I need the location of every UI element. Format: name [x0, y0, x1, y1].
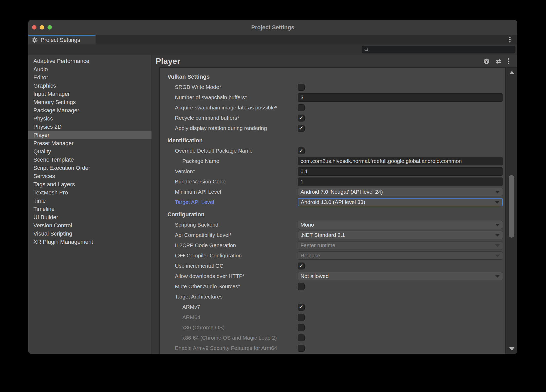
checkbox-unchecked[interactable]: [298, 324, 305, 331]
dropdown[interactable]: Android 7.0 'Nougat' (API level 24): [298, 188, 503, 196]
header-icons: ?: [484, 55, 509, 67]
sidebar-item-label: Timeline: [33, 206, 54, 212]
sidebar-item-time[interactable]: Time: [28, 197, 152, 205]
sidebar-item-preset-manager[interactable]: Preset Manager: [28, 139, 152, 147]
sidebar-item-input-manager[interactable]: Input Manager: [28, 90, 152, 98]
titlebar: Project Settings: [28, 20, 517, 35]
sidebar-item-version-control[interactable]: Version Control: [28, 221, 152, 230]
sidebar-item-timeline[interactable]: Timeline: [28, 205, 152, 213]
sidebar-item-label: Physics 2D: [33, 124, 62, 130]
setting-label: Recycle command buffers*: [175, 115, 239, 121]
sidebar-item-ui-builder[interactable]: UI Builder: [28, 213, 152, 221]
dropdown[interactable]: Android 13.0 (API level 33): [298, 198, 503, 206]
sidebar-item-xr-plugin-management[interactable]: XR Plugin Management: [28, 238, 152, 246]
sidebar-item-audio[interactable]: Audio: [28, 65, 152, 73]
checkbox-unchecked[interactable]: [298, 84, 305, 91]
checkbox-unchecked[interactable]: [298, 314, 305, 321]
sidebar-item-services[interactable]: Services: [28, 172, 152, 180]
setting-control: 3: [298, 93, 503, 102]
sidebar-item-script-execution-order[interactable]: Script Execution Order: [28, 164, 152, 172]
sidebar-item-editor[interactable]: Editor: [28, 73, 152, 82]
tab-label: Project Settings: [41, 37, 80, 43]
setting-row: Minimum API LevelAndroid 7.0 'Nougat' (A…: [160, 187, 505, 197]
setting-row: Package Namecom.com2us.hivesdk.normal.fr…: [160, 156, 505, 166]
checkbox-unchecked[interactable]: [298, 104, 305, 111]
setting-row: Use incremental GC: [160, 261, 505, 271]
setting-control: [298, 345, 503, 352]
setting-control: Android 7.0 'Nougat' (API level 24): [298, 188, 503, 196]
minimize-button[interactable]: [40, 25, 44, 30]
tab-project-settings[interactable]: Project Settings: [28, 35, 96, 44]
text-field[interactable]: 1: [298, 178, 503, 186]
checkbox-checked[interactable]: [298, 147, 305, 154]
checkbox-unchecked[interactable]: [298, 334, 305, 341]
sidebar-item-adaptive-performance[interactable]: Adaptive Performance: [28, 57, 152, 65]
dropdown[interactable]: .NET Standard 2.1: [298, 231, 503, 239]
setting-row: x86-64 (Chrome OS and Magic Leap 2): [160, 333, 505, 343]
kebab-menu-icon[interactable]: [509, 37, 511, 43]
setting-label: ARMv7: [182, 304, 200, 310]
setting-label: Bundle Version Code: [175, 179, 225, 185]
sidebar-item-player[interactable]: Player: [28, 131, 152, 139]
search-input[interactable]: [362, 46, 515, 53]
text-field[interactable]: 0.1: [298, 167, 503, 176]
sidebar-item-physics[interactable]: Physics: [28, 115, 152, 123]
section-header: Identification: [160, 135, 505, 146]
close-button[interactable]: [32, 25, 36, 30]
scrollbar-thumb[interactable]: [509, 175, 514, 238]
dropdown-value: Not allowed: [300, 273, 329, 279]
text-field[interactable]: com.com2us.hivesdk.normal.freefull.googl…: [298, 157, 503, 165]
vertical-scrollbar[interactable]: [506, 67, 517, 354]
sidebar-item-graphics[interactable]: Graphics: [28, 82, 152, 90]
sidebar-item-physics-2d[interactable]: Physics 2D: [28, 123, 152, 131]
setting-label: Mute Other Audio Sources*: [175, 283, 240, 290]
setting-row: Scripting BackendMono: [160, 220, 505, 230]
search-icon: [364, 47, 369, 52]
sidebar-item-label: Preset Manager: [33, 140, 74, 147]
setting-label: ARM64: [182, 314, 200, 320]
setting-label: x86-64 (Chrome OS and Magic Leap 2): [182, 335, 277, 341]
sidebar-item-textmesh-pro[interactable]: TextMesh Pro: [28, 189, 152, 197]
setting-label: Number of swapchain buffers*: [175, 94, 247, 100]
scroll-up-icon[interactable]: [509, 71, 514, 74]
settings-section: ConfigurationScripting BackendMonoApi Co…: [160, 209, 505, 353]
checkbox-checked[interactable]: [298, 115, 305, 122]
checkbox-unchecked[interactable]: [298, 345, 305, 352]
content-pane: Player ? Vulkan SettingsSRGB Write Mode*…: [152, 55, 517, 354]
setting-row: SRGB Write Mode*: [160, 82, 505, 92]
gear-icon: [31, 37, 38, 43]
sidebar-item-label: Visual Scripting: [33, 230, 72, 237]
text-field[interactable]: 3: [298, 93, 503, 102]
dropdown[interactable]: Not allowed: [298, 272, 503, 280]
sidebar-item-visual-scripting[interactable]: Visual Scripting: [28, 230, 152, 238]
setting-control: [298, 263, 503, 269]
setting-label: Target API Level: [175, 199, 214, 205]
chevron-down-icon: [495, 191, 500, 193]
sidebar-item-label: Input Manager: [33, 91, 70, 97]
sidebar-item-quality[interactable]: Quality: [28, 147, 152, 156]
sidebar-item-tags-and-layers[interactable]: Tags and Layers: [28, 180, 152, 189]
scroll-down-icon[interactable]: [509, 347, 514, 351]
dropdown: Faster runtime: [298, 241, 503, 249]
dropdown-value: Mono: [300, 222, 314, 228]
kebab-menu-icon[interactable]: [508, 58, 509, 64]
sidebar-item-label: Memory Settings: [33, 99, 76, 106]
checkbox-unchecked[interactable]: [298, 283, 305, 290]
setting-label: Override Default Package Name: [175, 148, 252, 154]
checkbox-checked[interactable]: [298, 125, 305, 132]
project-settings-window: Project Settings: [28, 20, 517, 354]
setting-label: Enable Armv9 Security Features for Arm64: [175, 345, 277, 351]
setting-control: Faster runtime: [298, 241, 503, 249]
maximize-button[interactable]: [48, 25, 52, 30]
setting-row: Api Compatibility Level*.NET Standard 2.…: [160, 230, 505, 240]
dropdown[interactable]: Mono: [298, 221, 503, 229]
sidebar-item-package-manager[interactable]: Package Manager: [28, 106, 152, 115]
presets-icon[interactable]: [495, 58, 502, 64]
help-icon[interactable]: ?: [484, 59, 489, 64]
sidebar-item-memory-settings[interactable]: Memory Settings: [28, 98, 152, 106]
checkbox-checked[interactable]: [298, 263, 305, 269]
checkbox-checked[interactable]: [298, 304, 305, 311]
setting-control: [298, 314, 503, 321]
sidebar-item-scene-template[interactable]: Scene Template: [28, 156, 152, 164]
sidebar-item-label: Script Execution Order: [33, 165, 90, 171]
